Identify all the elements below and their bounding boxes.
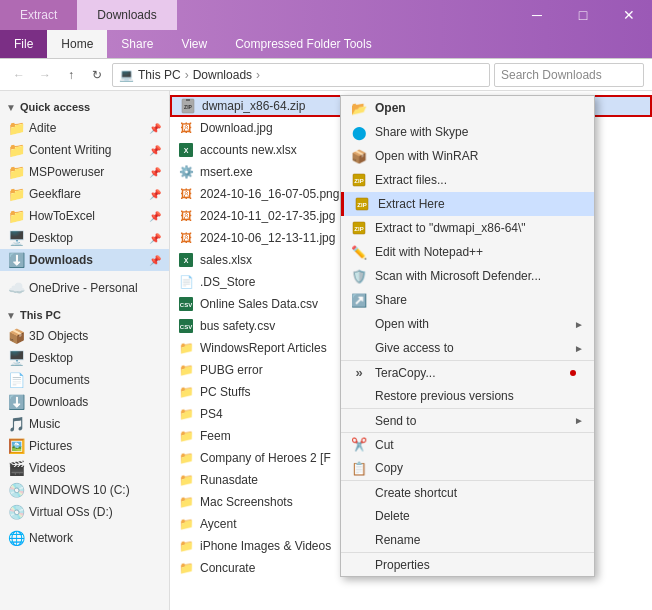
ctx-label: Share with Skype bbox=[375, 125, 468, 139]
back-button[interactable]: ← bbox=[8, 64, 30, 86]
refresh-button[interactable]: ↻ bbox=[86, 64, 108, 86]
search-box[interactable]: Search Downloads bbox=[494, 63, 644, 87]
ctx-share[interactable]: ↗️ Share bbox=[341, 288, 594, 312]
this-pc-label: This PC bbox=[20, 309, 61, 321]
tab-file[interactable]: File bbox=[0, 30, 47, 58]
file-name: msert.exe bbox=[200, 165, 253, 179]
ctx-teracopy[interactable]: » TeraCopy... bbox=[341, 360, 594, 384]
file-name: accounts new.xlsx bbox=[200, 143, 297, 157]
tab-home[interactable]: Home bbox=[47, 30, 107, 58]
sidebar-item-label: Virtual OSs (D:) bbox=[29, 505, 113, 519]
ctx-label: Rename bbox=[375, 533, 420, 547]
ctx-give-access[interactable]: Give access to ► bbox=[341, 336, 594, 360]
ctx-scan-defender[interactable]: 🛡️ Scan with Microsoft Defender... bbox=[341, 264, 594, 288]
sidebar-item-3d-objects[interactable]: 📦 3D Objects bbox=[0, 325, 169, 347]
tab-compressed-folder-tools[interactable]: Compressed Folder Tools bbox=[221, 30, 386, 58]
quick-access-header[interactable]: ▼ Quick access bbox=[0, 97, 169, 117]
documents-icon: 📄 bbox=[8, 372, 24, 388]
ctx-open-with[interactable]: Open with ► bbox=[341, 312, 594, 336]
this-pc-header[interactable]: ▼ This PC bbox=[0, 305, 169, 325]
sidebar-item-desktop[interactable]: 🖥️ Desktop 📌 bbox=[0, 227, 169, 249]
pin-icon: 📌 bbox=[149, 145, 161, 156]
breadcrumb[interactable]: 💻 This PC › Downloads › bbox=[112, 63, 490, 87]
sidebar-item-documents[interactable]: 📄 Documents bbox=[0, 369, 169, 391]
ctx-extract-here[interactable]: ZIP Extract Here bbox=[341, 192, 594, 216]
ctx-send-to-icon bbox=[351, 413, 367, 429]
title-tab-extract[interactable]: Extract bbox=[0, 0, 77, 30]
close-button[interactable]: ✕ bbox=[606, 0, 652, 30]
sidebar-item-label: Content Writing bbox=[29, 143, 111, 157]
file-name: 2024-10-06_12-13-11.jpg bbox=[200, 231, 335, 245]
svg-rect-1 bbox=[186, 99, 190, 101]
ctx-share-skype[interactable]: ⬤ Share with Skype bbox=[341, 120, 594, 144]
sidebar-item-howtoexcel[interactable]: 📁 HowToExcel 📌 bbox=[0, 205, 169, 227]
sidebar-item-virtual-os[interactable]: 💿 Virtual OSs (D:) bbox=[0, 501, 169, 523]
ctx-extract-icon: ZIP bbox=[351, 172, 367, 188]
sidebar-item-pictures[interactable]: 🖼️ Pictures bbox=[0, 435, 169, 457]
ctx-label: Copy bbox=[375, 461, 403, 475]
csv-file-icon: CSV bbox=[178, 296, 194, 312]
address-bar: ← → ↑ ↻ 💻 This PC › Downloads › Search D… bbox=[0, 59, 652, 91]
sidebar-item-onedrive[interactable]: ☁️ OneDrive - Personal bbox=[0, 277, 169, 299]
file-name: Company of Heroes 2 [F bbox=[200, 451, 331, 465]
ribbon: File Home Share View Compressed Folder T… bbox=[0, 30, 652, 59]
sidebar-item-adite[interactable]: 📁 Adite 📌 bbox=[0, 117, 169, 139]
sidebar-item-label: Geekflare bbox=[29, 187, 81, 201]
tab-view[interactable]: View bbox=[167, 30, 221, 58]
ctx-extract-to[interactable]: ZIP Extract to "dwmapi_x86-64\" bbox=[341, 216, 594, 240]
tab-share[interactable]: Share bbox=[107, 30, 167, 58]
sidebar-item-music[interactable]: 🎵 Music bbox=[0, 413, 169, 435]
ctx-rename-icon bbox=[351, 532, 367, 548]
breadcrumb-downloads[interactable]: Downloads bbox=[193, 68, 252, 82]
maximize-button[interactable]: □ bbox=[560, 0, 606, 30]
ctx-rename[interactable]: Rename bbox=[341, 528, 594, 552]
exe-file-icon: ⚙️ bbox=[178, 164, 194, 180]
ctx-copy[interactable]: 📋 Copy bbox=[341, 456, 594, 480]
sidebar-item-videos[interactable]: 🎬 Videos bbox=[0, 457, 169, 479]
pin-icon: 📌 bbox=[149, 211, 161, 222]
folder-icon: 📁 bbox=[178, 560, 194, 576]
up-button[interactable]: ↑ bbox=[60, 64, 82, 86]
ctx-send-to[interactable]: Send to ► bbox=[341, 408, 594, 432]
ctx-arrow-icon: ► bbox=[574, 343, 584, 354]
ctx-teracopy-icon: » bbox=[351, 365, 367, 381]
file-name: Online Sales Data.csv bbox=[200, 297, 318, 311]
ctx-restore-icon bbox=[351, 388, 367, 404]
ctx-arrow-icon: ► bbox=[574, 319, 584, 330]
sidebar-item-windows[interactable]: 💿 WINDOWS 10 (C:) bbox=[0, 479, 169, 501]
zip-file-icon: ZIP bbox=[180, 98, 196, 114]
ctx-extract-here-icon: ZIP bbox=[354, 196, 370, 212]
sidebar-item-label: WINDOWS 10 (C:) bbox=[29, 483, 130, 497]
minimize-button[interactable]: ─ bbox=[514, 0, 560, 30]
sidebar-item-network[interactable]: 🌐 Network bbox=[0, 527, 169, 549]
folder-icon: 📁 bbox=[8, 164, 24, 180]
sidebar-item-label: Music bbox=[29, 417, 60, 431]
breadcrumb-this-pc[interactable]: This PC bbox=[138, 68, 181, 82]
desktop-icon: 🖥️ bbox=[8, 350, 24, 366]
sidebar-item-desktop-pc[interactable]: 🖥️ Desktop bbox=[0, 347, 169, 369]
sidebar-item-downloads[interactable]: ⬇️ Downloads 📌 bbox=[0, 249, 169, 271]
sidebar-item-mspoweruser[interactable]: 📁 MSPoweruser 📌 bbox=[0, 161, 169, 183]
music-icon: 🎵 bbox=[8, 416, 24, 432]
ctx-extract-files[interactable]: ZIP Extract files... bbox=[341, 168, 594, 192]
ctx-open-icon: 📂 bbox=[351, 100, 367, 116]
file-name: bus safety.csv bbox=[200, 319, 275, 333]
title-tab-downloads[interactable]: Downloads bbox=[77, 0, 176, 30]
ctx-open-winrar[interactable]: 📦 Open with WinRAR bbox=[341, 144, 594, 168]
folder-icon: 📁 bbox=[8, 142, 24, 158]
ctx-restore-versions[interactable]: Restore previous versions bbox=[341, 384, 594, 408]
ctx-edit-notepad[interactable]: ✏️ Edit with Notepad++ bbox=[341, 240, 594, 264]
sidebar-item-downloads-pc[interactable]: ⬇️ Downloads bbox=[0, 391, 169, 413]
ctx-create-shortcut[interactable]: Create shortcut bbox=[341, 480, 594, 504]
ctx-cut[interactable]: ✂️ Cut bbox=[341, 432, 594, 456]
sidebar-item-content-writing[interactable]: 📁 Content Writing 📌 bbox=[0, 139, 169, 161]
ctx-properties[interactable]: Properties bbox=[341, 552, 594, 576]
ctx-open[interactable]: 📂 Open bbox=[341, 96, 594, 120]
svg-text:ZIP: ZIP bbox=[354, 178, 363, 184]
sidebar-item-geekflare[interactable]: 📁 Geekflare 📌 bbox=[0, 183, 169, 205]
main-content: ▼ Quick access 📁 Adite 📌 📁 Content Writi… bbox=[0, 91, 652, 610]
videos-icon: 🎬 bbox=[8, 460, 24, 476]
sidebar-item-label: Desktop bbox=[29, 351, 73, 365]
ctx-delete[interactable]: Delete bbox=[341, 504, 594, 528]
forward-button[interactable]: → bbox=[34, 64, 56, 86]
